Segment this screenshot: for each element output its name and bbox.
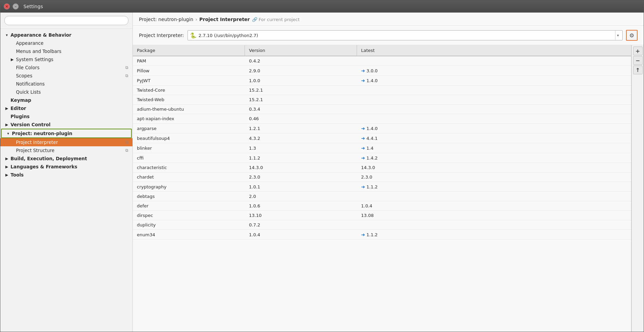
sidebar-item-system-settings[interactable]: ▶System Settings	[0, 55, 132, 63]
package-version: 15.2.1	[245, 86, 357, 95]
table-row[interactable]: PyJWT 1.0.0 ➜1.4.0	[133, 76, 631, 86]
package-latest	[357, 86, 631, 95]
package-latest: ➜1.4.0	[357, 76, 631, 85]
sidebar-item-project-neutron[interactable]: ▾Project: neutron-plugin	[1, 129, 132, 138]
col-header-latest: Latest	[357, 45, 631, 56]
package-version: 1.0.6	[245, 201, 357, 210]
table-body: PAM 0.4.2 Pillow 2.9.0 ➜3.0.0 PyJWT 1.0.…	[133, 56, 631, 240]
package-latest: ➜1.4	[357, 143, 631, 153]
table-row[interactable]: Twisted-Core 15.2.1	[133, 86, 631, 95]
minimize-button[interactable]: –	[13, 3, 19, 10]
table-row[interactable]: defer 1.0.6 1.0.4	[133, 201, 631, 211]
package-version: 1.1.2	[245, 153, 357, 163]
sidebar-item-label: Appearance	[16, 40, 43, 46]
table-row[interactable]: cffi 1.1.2 ➜1.4.2	[133, 153, 631, 163]
search-input[interactable]	[4, 16, 128, 25]
sidebar-item-editor[interactable]: ▶Editor	[0, 104, 132, 112]
table-row[interactable]: apt-xapian-index 0.46	[133, 114, 631, 124]
sidebar-item-label: File Colors	[16, 65, 39, 70]
package-name: Twisted-Web	[133, 95, 245, 104]
sidebar-item-tools[interactable]: ▶Tools	[0, 171, 132, 179]
package-name: cffi	[133, 153, 245, 163]
sidebar-item-label: Project Structure	[16, 148, 54, 153]
breadcrumb-current: Project Interpreter	[199, 17, 250, 22]
col-header-version: Version	[245, 45, 357, 56]
sidebar-item-label: Quick Lists	[16, 89, 41, 95]
interpreter-select[interactable]: 🐍 2.7.10 (/usr/bin/python2.7) ▾	[187, 30, 623, 40]
sidebar-item-version-control[interactable]: ▶Version Control	[0, 121, 132, 129]
package-version: 0.46	[245, 114, 357, 123]
copy-icon: ⧉	[125, 140, 128, 145]
sidebar-item-label: Tools	[11, 172, 24, 178]
table-row[interactable]: Pillow 2.9.0 ➜3.0.0	[133, 66, 631, 76]
table-row[interactable]: blinker 1.3 ➜1.4	[133, 143, 631, 153]
package-name: defer	[133, 201, 245, 210]
sidebar-item-languages-frameworks[interactable]: ▶Languages & Frameworks	[0, 163, 132, 171]
sidebar-item-appearance-behavior[interactable]: ▾Appearance & Behavior	[0, 31, 132, 39]
package-name: PAM	[133, 56, 245, 66]
sidebar-item-label: Menus and Toolbars	[16, 49, 61, 54]
package-latest: 1.0.4	[357, 201, 631, 210]
table-row[interactable]: duplicity 0.7.2	[133, 220, 631, 230]
sidebar-item-build-execution[interactable]: ▶Build, Execution, Deployment	[0, 154, 132, 163]
upgrade-package-button[interactable]: ↑	[633, 66, 643, 74]
package-latest	[357, 192, 631, 201]
gear-button[interactable]: ⚙	[626, 30, 638, 41]
sidebar-item-label: Project: neutron-plugin	[12, 131, 72, 136]
sidebar-item-keymap[interactable]: Keymap	[0, 96, 132, 104]
table-row[interactable]: dirspec 13.10 13.08	[133, 211, 631, 220]
interpreter-dropdown-arrow[interactable]: ▾	[615, 31, 620, 40]
remove-package-button[interactable]: −	[633, 56, 643, 65]
table-row[interactable]: argparse 1.2.1 ➜1.4.0	[133, 124, 631, 133]
main-panel: Project: neutron-plugin › Project Interp…	[133, 13, 644, 332]
package-latest	[357, 95, 631, 104]
package-latest: ➜1.4.2	[357, 153, 631, 163]
package-name: PyJWT	[133, 76, 245, 85]
table-row[interactable]: PAM 0.4.2	[133, 56, 631, 66]
sidebar-item-file-colors[interactable]: File Colors⧉	[0, 63, 132, 72]
package-name: argparse	[133, 124, 245, 133]
package-name: beautifulsoup4	[133, 133, 245, 143]
sidebar-item-menus-toolbars[interactable]: Menus and Toolbars	[0, 47, 132, 55]
table-actions: + − ↑	[631, 45, 644, 332]
sidebar-item-label: Editor	[11, 106, 26, 111]
package-version: 15.2.1	[245, 95, 357, 104]
sidebar-item-project-structure[interactable]: Project Structure⧉	[0, 146, 132, 154]
col-header-package: Package	[133, 45, 245, 56]
breadcrumb: Project: neutron-plugin › Project Interp…	[133, 13, 644, 26]
sidebar-item-label: Version Control	[11, 122, 51, 127]
packages-table: Package Version Latest PAM 0.4.2 Pillow …	[133, 45, 631, 332]
table-row[interactable]: Twisted-Web 15.2.1	[133, 95, 631, 105]
close-button[interactable]: ✕	[4, 3, 10, 10]
package-version: 0.7.2	[245, 220, 357, 229]
sidebar-item-label: Plugins	[11, 114, 30, 119]
sidebar-item-plugins[interactable]: Plugins	[0, 112, 132, 121]
package-name: characteristic	[133, 163, 245, 172]
package-version: 1.0.4	[245, 230, 357, 239]
add-package-button[interactable]: +	[633, 47, 643, 55]
sidebar-item-appearance[interactable]: Appearance	[0, 39, 132, 47]
sidebar-item-label: Languages & Frameworks	[11, 164, 77, 169]
table-row[interactable]: enum34 1.0.4 ➜1.1.2	[133, 230, 631, 240]
package-name: debtags	[133, 192, 245, 201]
sidebar-item-scopes[interactable]: Scopes⧉	[0, 72, 132, 80]
table-row[interactable]: beautifulsoup4 4.3.2 ➜4.4.1	[133, 133, 631, 143]
table-row[interactable]: debtags 2.0	[133, 192, 631, 201]
package-name: chardet	[133, 172, 245, 182]
table-row[interactable]: chardet 2.3.0 2.3.0	[133, 172, 631, 182]
sidebar-item-label: Keymap	[11, 97, 31, 103]
table-row[interactable]: characteristic 14.3.0 14.3.0	[133, 163, 631, 172]
update-arrow-icon: ➜	[361, 232, 365, 237]
sidebar-item-quick-lists[interactable]: Quick Lists	[0, 88, 132, 96]
breadcrumb-project[interactable]: Project: neutron-plugin	[139, 17, 193, 22]
settings-window: ✕ – Settings ▾Appearance & BehaviorAppea…	[0, 0, 644, 332]
package-name: apt-xapian-index	[133, 114, 245, 123]
update-arrow-icon: ➜	[361, 145, 365, 151]
window-title: Settings	[23, 4, 43, 9]
table-row[interactable]: adium-theme-ubuntu 0.3.4	[133, 105, 631, 114]
sidebar-item-project-interpreter[interactable]: Project Interpreter⧉	[0, 138, 132, 146]
update-arrow-icon: ➜	[361, 135, 365, 141]
sidebar-item-notifications[interactable]: Notifications	[0, 80, 132, 88]
package-name: duplicity	[133, 220, 245, 229]
table-row[interactable]: cryptography 1.0.1 ➜1.1.2	[133, 182, 631, 192]
